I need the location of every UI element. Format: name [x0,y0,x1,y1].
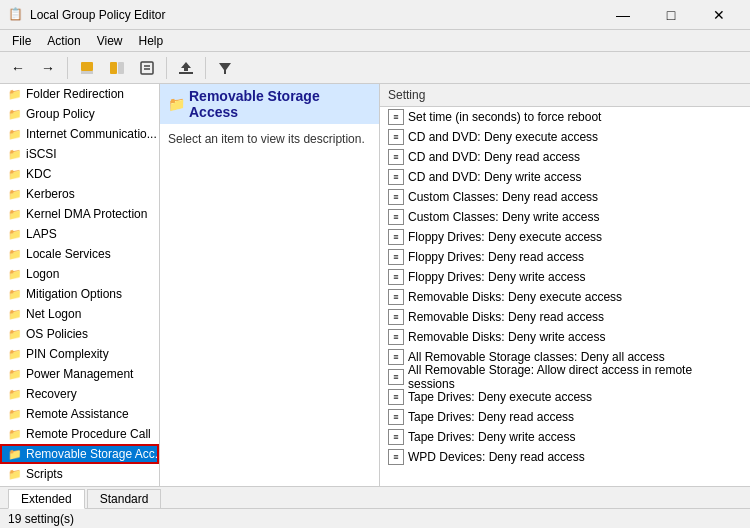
settings-column-header: Setting [388,88,742,102]
svg-rect-0 [81,62,93,71]
export-button[interactable] [172,55,200,81]
svg-rect-3 [118,62,124,74]
setting-row-16[interactable]: ≡ Tape Drives: Deny write access [380,427,750,447]
setting-row-5[interactable]: ≡ Custom Classes: Deny write access [380,207,750,227]
sidebar-item-net-logon[interactable]: 📁 Net Logon [0,304,159,324]
folder-icon-9: 📁 [8,268,22,281]
setting-row-11[interactable]: ≡ Removable Disks: Deny write access [380,327,750,347]
sidebar-item-remote-procedure-call[interactable]: 📁 Remote Procedure Call [0,424,159,444]
sidebar-item-mitigation-options[interactable]: 📁 Mitigation Options [0,284,159,304]
sidebar-item-folder-redirection[interactable]: 📁 Folder Redirection [0,84,159,104]
folder-icon-2: 📁 [8,128,22,141]
sidebar-item-internet-communications[interactable]: 📁 Internet Communicatio... [0,124,159,144]
forward-button[interactable]: → [34,55,62,81]
setting-row-9[interactable]: ≡ Removable Disks: Deny execute access [380,287,750,307]
setting-row-13[interactable]: ≡ All Removable Storage: Allow direct ac… [380,367,750,387]
setting-row-10[interactable]: ≡ Removable Disks: Deny read access [380,307,750,327]
setting-icon-15: ≡ [388,409,404,425]
menu-file[interactable]: File [4,32,39,50]
toolbar-separator-1 [67,57,68,79]
sidebar-item-scripts[interactable]: 📁 Scripts [0,464,159,484]
setting-icon-14: ≡ [388,389,404,405]
setting-row-2[interactable]: ≡ CD and DVD: Deny read access [380,147,750,167]
folder-icon-3: 📁 [8,148,22,161]
folder-icon-4: 📁 [8,168,22,181]
setting-row-6[interactable]: ≡ Floppy Drives: Deny execute access [380,227,750,247]
menu-action[interactable]: Action [39,32,88,50]
sidebar-item-kdc[interactable]: 📁 KDC [0,164,159,184]
sidebar-item-remote-assistance[interactable]: 📁 Remote Assistance [0,404,159,424]
maximize-button[interactable]: □ [648,0,694,30]
sidebar-item-os-policies[interactable]: 📁 OS Policies [0,324,159,344]
app-icon: 📋 [8,7,24,23]
setting-row-7[interactable]: ≡ Floppy Drives: Deny read access [380,247,750,267]
sidebar-item-server-manager[interactable]: 📁 Server Manager [0,484,159,486]
setting-icon-7: ≡ [388,249,404,265]
panel-folder-icon: 📁 [168,96,185,112]
sidebar-item-recovery[interactable]: 📁 Recovery [0,384,159,404]
svg-rect-1 [81,71,93,74]
sidebar-item-laps[interactable]: 📁 LAPS [0,224,159,244]
setting-icon-0: ≡ [388,109,404,125]
sidebar-item-pin-complexity[interactable]: 📁 PIN Complexity [0,344,159,364]
panel-title: Removable Storage Access [189,88,371,120]
sidebar-item-logon[interactable]: 📁 Logon [0,264,159,284]
folder-icon-13: 📁 [8,348,22,361]
folder-icon-17: 📁 [8,428,22,441]
sidebar-item-group-policy[interactable]: 📁 Group Policy [0,104,159,124]
tab-extended[interactable]: Extended [8,489,85,509]
folder-icon-16: 📁 [8,408,22,421]
setting-icon-4: ≡ [388,189,404,205]
folder-icon-18: 📁 [8,448,22,461]
sidebar-item-removable-storage[interactable]: 📁 Removable Storage Acc... [0,444,159,464]
setting-icon-1: ≡ [388,129,404,145]
menu-bar: File Action View Help [0,30,750,52]
back-button[interactable]: ← [4,55,32,81]
window-controls: — □ ✕ [600,0,742,30]
setting-icon-16: ≡ [388,429,404,445]
setting-row-8[interactable]: ≡ Floppy Drives: Deny write access [380,267,750,287]
menu-help[interactable]: Help [131,32,172,50]
status-text: 19 setting(s) [8,512,74,526]
setting-row-0[interactable]: ≡ Set time (in seconds) to force reboot [380,107,750,127]
right-panel: Setting ≡ Set time (in seconds) to force… [380,84,750,486]
folder-icon-7: 📁 [8,228,22,241]
panel-header: 📁 Removable Storage Access [160,84,379,124]
tab-standard[interactable]: Standard [87,489,162,508]
up-button[interactable] [73,55,101,81]
setting-row-4[interactable]: ≡ Custom Classes: Deny read access [380,187,750,207]
folder-icon-19: 📁 [8,468,22,481]
svg-marker-9 [219,63,231,74]
status-bar: 19 setting(s) [0,508,750,528]
svg-rect-4 [141,62,153,74]
folder-icon-0: 📁 [8,88,22,101]
setting-icon-11: ≡ [388,329,404,345]
menu-view[interactable]: View [89,32,131,50]
folder-icon-15: 📁 [8,388,22,401]
setting-icon-2: ≡ [388,149,404,165]
setting-row-1[interactable]: ≡ CD and DVD: Deny execute access [380,127,750,147]
close-button[interactable]: ✕ [696,0,742,30]
sidebar-item-power-management[interactable]: 📁 Power Management [0,364,159,384]
bottom-tabs: Extended Standard [0,486,750,508]
folder-icon-1: 📁 [8,108,22,121]
setting-icon-12: ≡ [388,349,404,365]
show-hide-button[interactable] [103,55,131,81]
setting-icon-6: ≡ [388,229,404,245]
sidebar-item-kerberos[interactable]: 📁 Kerberos [0,184,159,204]
filter-button[interactable] [211,55,239,81]
setting-icon-13: ≡ [388,369,404,385]
toolbar-separator-3 [205,57,206,79]
setting-row-15[interactable]: ≡ Tape Drives: Deny read access [380,407,750,427]
setting-row-3[interactable]: ≡ CD and DVD: Deny write access [380,167,750,187]
middle-panel: 📁 Removable Storage Access Select an ite… [160,84,380,486]
properties-button[interactable] [133,55,161,81]
sidebar: 📁 Folder Redirection 📁 Group Policy 📁 In… [0,84,160,486]
minimize-button[interactable]: — [600,0,646,30]
sidebar-item-kernel-dma[interactable]: 📁 Kernel DMA Protection [0,204,159,224]
panel-description: Select an item to view its description. [168,132,371,146]
folder-icon-12: 📁 [8,328,22,341]
sidebar-item-iscsi[interactable]: 📁 iSCSI [0,144,159,164]
setting-row-17[interactable]: ≡ WPD Devices: Deny read access [380,447,750,467]
sidebar-item-locale-services[interactable]: 📁 Locale Services [0,244,159,264]
